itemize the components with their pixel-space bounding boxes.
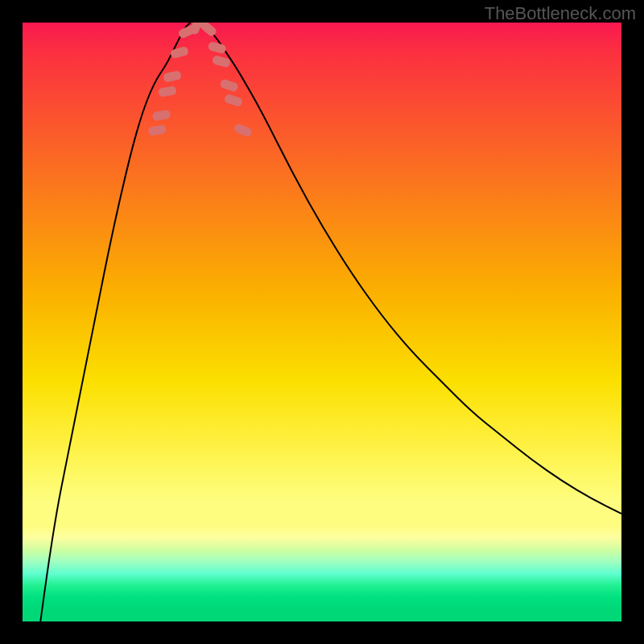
data-marker (148, 125, 167, 137)
data-marker (233, 123, 254, 138)
right-curve-line (202, 23, 621, 514)
chart-plot-area (23, 23, 621, 621)
data-marker (224, 93, 243, 107)
data-marker (208, 41, 227, 54)
chart-svg (23, 23, 621, 621)
data-marker (152, 109, 171, 122)
markers-group (148, 23, 253, 138)
data-marker (170, 46, 189, 59)
data-marker (163, 70, 182, 82)
watermark: TheBottleneck.com (485, 3, 636, 24)
data-marker (158, 85, 177, 97)
data-marker (220, 78, 239, 92)
